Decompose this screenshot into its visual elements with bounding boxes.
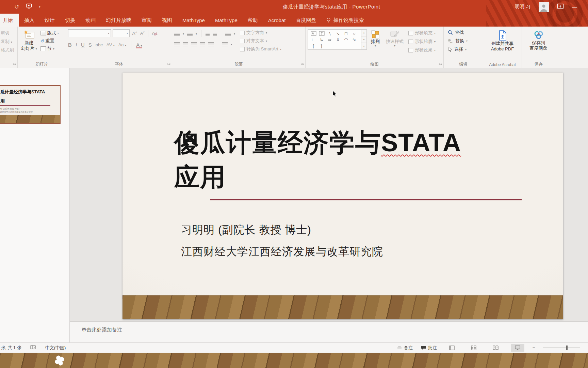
shape-fill-button[interactable]: 形状填充▾ (408, 30, 436, 36)
clipboard-dialog-launcher-icon[interactable] (13, 60, 16, 66)
drawing-dialog-launcher-icon[interactable] (439, 60, 442, 66)
tab-baidu-netdisk[interactable]: 百度网盘 (291, 14, 321, 27)
shrink-font-button[interactable]: A˅ (140, 31, 145, 36)
tab-home[interactable]: 开始 (0, 14, 19, 27)
zoom-out-button[interactable]: − (533, 345, 535, 350)
reading-view-button[interactable] (489, 344, 503, 351)
start-slideshow-icon[interactable] (26, 3, 32, 10)
numbering-icon[interactable] (187, 32, 193, 36)
font-color-button[interactable]: A ▾ (136, 42, 142, 48)
slide-thumbnail-1[interactable]: 傻瓜计量经济学与STATA 应用 习明明 (副院长 教授 博士) 江西财经大学江… (0, 85, 61, 124)
avatar[interactable] (539, 2, 549, 12)
tab-insert[interactable]: 插入 (19, 14, 39, 27)
reset-button[interactable]: ↺重置 (40, 38, 59, 44)
distribute-icon[interactable] (208, 42, 214, 46)
justify-icon[interactable] (200, 42, 205, 46)
new-slide-button[interactable]: 新建 幻灯片 ▾ (20, 29, 38, 61)
convert-smartart-button[interactable]: 转换为 SmartArt▾ (240, 46, 281, 52)
comments-toggle-button[interactable]: 批注 (421, 345, 437, 351)
save-to-baidu-button[interactable]: 保存到 百度网盘 (524, 29, 553, 52)
align-right-icon[interactable] (191, 42, 197, 46)
minimize-button[interactable]: — (572, 4, 577, 10)
shape-elbow-arrow-icon[interactable]: ↳ (317, 36, 326, 43)
bold-button[interactable]: B (68, 42, 72, 48)
clear-formatting-button[interactable]: A (151, 30, 158, 36)
tab-transitions[interactable]: 切换 (60, 14, 80, 27)
shape-line-icon[interactable]: ∖ (326, 30, 334, 36)
replace-button[interactable]: abac 替换▾ (448, 38, 481, 44)
align-center-icon[interactable] (183, 42, 188, 46)
slide-subtitle-2[interactable]: 江西财经大学江西经济发展与改革研究院 (181, 244, 383, 259)
shapes-more-icon[interactable]: ▾ (361, 43, 366, 49)
quick-styles-button[interactable]: 快速样式 ▾ (385, 29, 405, 61)
undo-icon[interactable]: ↺ (14, 3, 19, 11)
shape-arrow-icon[interactable]: ↘ (334, 30, 342, 36)
cut-button[interactable]: 剪切 (1, 30, 15, 36)
shape-rectangle-icon[interactable]: □ (342, 30, 350, 36)
align-text-button[interactable]: 对齐文本▾ (240, 38, 281, 44)
account-name[interactable]: 明明 习 (515, 4, 530, 10)
vertical-textbox-icon[interactable] (317, 30, 326, 36)
paragraph-dialog-launcher-icon[interactable] (301, 60, 304, 66)
shape-right-arrow-icon[interactable]: ⇨ (326, 36, 334, 43)
tab-mathtype-1[interactable]: MathType (177, 14, 210, 27)
create-share-pdf-button[interactable]: 创建并共享 Adobe PDF (485, 29, 520, 53)
spellcheck-icon[interactable] (30, 345, 36, 351)
shape-left-brace-icon[interactable]: { (309, 43, 317, 49)
shape-right-brace-icon[interactable]: } (317, 43, 326, 49)
tab-view[interactable]: 视图 (157, 14, 177, 27)
notes-pane[interactable]: 单击此处添加备注 (70, 321, 588, 342)
font-size-combo[interactable]: ▾ (113, 29, 130, 37)
slide-canvas-area[interactable]: 傻瓜计量经济学与STATA 应用 习明明 (副院长 教授 博士) 江西财经大学江… (70, 68, 588, 321)
slide-thumbnail-panel[interactable]: 傻瓜计量经济学与STATA 应用 习明明 (副院长 教授 博士) 江西财经大学江… (0, 68, 70, 342)
tab-review[interactable]: 审阅 (136, 14, 157, 27)
slide-title[interactable]: 傻瓜计量经济学与STATA 应用 (174, 126, 535, 194)
increase-indent-icon[interactable] (213, 32, 217, 36)
align-left-icon[interactable] (174, 42, 180, 46)
shape-outline-button[interactable]: 形状轮廓▾ (408, 39, 436, 45)
arrange-button[interactable]: 排列 ▾ (370, 29, 381, 61)
font-name-combo[interactable]: ▾ (68, 29, 111, 37)
underline-button[interactable]: U (81, 42, 85, 48)
slideshow-view-button[interactable] (511, 344, 524, 352)
grow-font-button[interactable]: A˄ (131, 30, 138, 36)
layout-button[interactable]: 版式▾ (40, 30, 59, 36)
find-button[interactable]: 查找 (448, 29, 481, 35)
tab-mathtype-2[interactable]: MathType (210, 14, 243, 27)
strikethrough-button[interactable]: abc (96, 42, 103, 47)
shapes-scroll-down-icon[interactable]: ▾ (361, 36, 366, 43)
slide-canvas[interactable]: 傻瓜计量经济学与STATA 应用 习明明 (副院长 教授 博士) 江西财经大学江… (122, 73, 563, 319)
text-shadow-button[interactable]: S (88, 42, 92, 48)
textbox-icon[interactable] (309, 30, 317, 36)
tab-help[interactable]: 帮助 (243, 14, 263, 27)
bullets-icon[interactable] (174, 32, 180, 36)
notes-toggle-button[interactable]: 备注 (397, 345, 413, 351)
tab-slideshow[interactable]: 幻灯片放映 (101, 14, 136, 27)
tab-animations[interactable]: 动画 (80, 14, 101, 27)
columns-icon[interactable] (222, 42, 228, 46)
tab-design[interactable]: 设计 (39, 14, 60, 27)
shape-oval-icon[interactable]: ○ (350, 30, 358, 36)
zoom-slider[interactable] (543, 348, 580, 348)
shape-down-arrow-icon[interactable]: ⇩ (334, 36, 342, 43)
copy-button[interactable]: 复制 ▾ (1, 39, 15, 45)
normal-view-button[interactable] (445, 344, 459, 352)
tab-acrobat[interactable]: Acrobat (263, 14, 291, 27)
decrease-indent-icon[interactable] (206, 32, 210, 36)
select-button[interactable]: 选择▾ (448, 46, 481, 52)
shape-effects-button[interactable]: 形状效果▾ (408, 47, 436, 53)
shape-scribble-icon[interactable]: ∿ (350, 36, 358, 43)
shape-elbow-icon[interactable]: ∟ (309, 36, 317, 43)
line-spacing-icon[interactable] (225, 32, 231, 36)
ribbon-display-options-icon[interactable] (557, 3, 564, 10)
shapes-gallery[interactable]: ∖ ↘ □ ○ ∟ ↳ ⇨ ⇩ ◠ ∿ { } (308, 29, 361, 50)
language-status[interactable]: 中文(中国) (45, 345, 66, 351)
zoom-slider-handle[interactable] (566, 346, 568, 350)
text-direction-button[interactable]: 文字方向▾ (240, 30, 281, 36)
shape-arc-icon[interactable]: ◠ (342, 36, 350, 43)
customize-qat-icon[interactable]: ▾ (39, 5, 40, 9)
slide-subtitle-1[interactable]: 习明明 (副院长 教授 博士) (181, 223, 311, 237)
shapes-scroll-up-icon[interactable]: ▴ (361, 30, 366, 36)
shapes-gallery-scrollbar[interactable]: ▴ ▾ ▾ (361, 29, 367, 50)
tab-tell-me[interactable]: 操作说明搜索 (321, 14, 369, 27)
